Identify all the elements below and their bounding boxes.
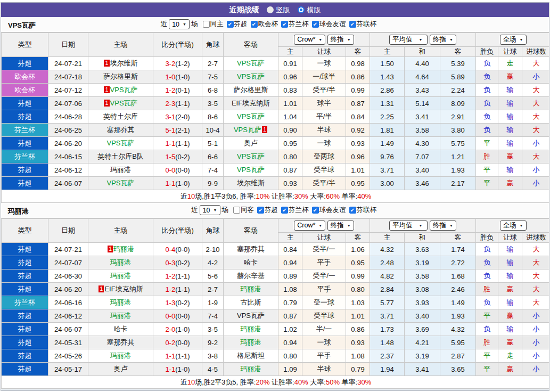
match-row: 芬兰杯24-06-15英特土尔库B队1-5(0-2)6-6VPS瓦萨0.80受两… <box>2 150 550 164</box>
home-team-name: 萨尔格里斯 <box>103 72 138 80</box>
avg-odds-draw: 4.21 <box>405 336 440 349</box>
bookmaker-select[interactable]: Crow*▼ <box>294 35 325 45</box>
away-team-name: 玛丽港 <box>241 325 261 333</box>
avg-odds-away: 5.89 <box>440 70 476 84</box>
final-index-select[interactable]: 终指▼ <box>430 35 456 45</box>
match-score: 1-1(1-0) <box>153 177 202 190</box>
avg-odds-draw: 4.64 <box>405 70 440 84</box>
league-filter-0-1[interactable]: ✔欧会杯 <box>251 20 278 29</box>
select-value: 10 <box>172 21 179 28</box>
away-team: 古比斯 <box>224 296 278 309</box>
match-date: 24-07-12 <box>48 84 88 97</box>
handicap-odds-away: 0.80 <box>346 283 370 296</box>
avg-odds-away: 1.68 <box>440 270 476 283</box>
sub-column-header: 客 <box>440 233 476 243</box>
result-handicap: 输 <box>498 84 522 97</box>
bookmaker-select[interactable]: Crow*▼ <box>294 220 325 231</box>
league-filter-1-3[interactable]: ✔芬联杯 <box>349 206 377 215</box>
final-index-select[interactable]: 终指▼ <box>327 220 354 231</box>
sub-column-header: 和 <box>405 47 440 57</box>
same-venue-filter[interactable]: 同主 <box>203 20 224 29</box>
match-score: 1-2(1-1) <box>153 283 202 296</box>
home-team-name: 玛丽港 <box>110 272 131 280</box>
final-index-select[interactable]: 终指▼ <box>430 220 456 231</box>
result-goals: 小 <box>522 336 549 349</box>
summary-segment: 近 <box>180 378 187 386</box>
handicap-odds-home: 0.95 <box>278 137 302 150</box>
average-select[interactable]: 平均值▼ <box>389 35 428 45</box>
final-index-select[interactable]: 终指▼ <box>327 35 354 45</box>
match-date: 24-06-07 <box>48 177 88 190</box>
view-option-vertical[interactable]: 竖版 <box>267 5 290 15</box>
home-team: 1玛丽港 <box>88 243 153 256</box>
league-checkbox[interactable]: ✔ <box>349 207 356 214</box>
away-team: VPS瓦萨 <box>224 110 278 124</box>
league-filter-0-2[interactable]: ✔芬兰杯 <box>281 20 309 29</box>
league-checkbox[interactable]: ✔ <box>312 207 319 214</box>
home-team-name: 奥卢 <box>114 365 128 373</box>
radio-selected-icon <box>298 6 305 13</box>
league-filter-0-0[interactable]: ✔芬超 <box>227 20 248 29</box>
away-team-name: 萨尔格里斯 <box>234 86 268 94</box>
column-header: 日期 <box>48 219 88 243</box>
average-select[interactable]: 平均值▼ <box>389 220 428 231</box>
result-goals: 小 <box>522 177 549 190</box>
league-filter-1-2[interactable]: ✔球会友谊 <box>312 206 346 215</box>
chevron-down-icon: ▼ <box>318 38 322 42</box>
view-option-horizontal[interactable]: 横版 <box>298 5 321 15</box>
league-filter-0-4[interactable]: ✔芬联杯 <box>349 20 377 29</box>
result-handicap: 输 <box>498 97 522 110</box>
summary-segment: 场,胜1平3负6, 胜率: <box>195 192 256 200</box>
league-checkbox[interactable]: ✔ <box>251 21 258 28</box>
same-venue-checkbox[interactable] <box>233 207 240 214</box>
result-wdl: 胜 <box>476 150 498 164</box>
league-checkbox[interactable]: ✔ <box>281 207 288 214</box>
league-checkbox[interactable]: ✔ <box>227 21 234 28</box>
home-team: 玛丽港 <box>88 256 153 270</box>
avg-odds-home: 1.50 <box>370 57 405 70</box>
scope-select[interactable]: 全场▼ <box>500 35 527 45</box>
avg-odds-draw: 3.08 <box>405 283 440 296</box>
home-team: 哈卡 <box>88 323 153 336</box>
results-table: 类型日期主场比分(半场)角球客场Crow*▼ 终指▼平均值▼ 终指▼全场▼主让球… <box>1 32 549 203</box>
handicap-line: 受两球 <box>302 150 346 164</box>
avg-odds-draw: 3.58 <box>405 124 440 137</box>
league-filter-0-3[interactable]: ✔球会友谊 <box>312 20 346 29</box>
handicap-odds-away: 0.84 <box>346 110 370 124</box>
games-label: 场 <box>191 20 198 29</box>
away-team-name: VPS瓦萨 <box>234 126 261 134</box>
filter-row: VPS瓦萨近10▼场同主✔芬超✔欧会杯✔芬兰杯✔球会友谊✔芬联杯 <box>1 17 549 32</box>
league-checkbox[interactable]: ✔ <box>281 21 288 28</box>
handicap-odds-home: 0.91 <box>278 57 302 70</box>
team-section-0: VPS瓦萨近10▼场同主✔芬超✔欧会杯✔芬兰杯✔球会友谊✔芬联杯类型日期主场比分… <box>1 17 549 203</box>
home-team: 奥卢 <box>88 363 153 376</box>
league-filter-label: 芬兰杯 <box>289 20 309 29</box>
avg-odds-draw: 3.46 <box>405 177 440 190</box>
handicap-line: 半/一 <box>302 323 346 336</box>
select-value: 全场 <box>503 35 516 44</box>
panel-frame: 近期战绩 竖版 横版 VPS瓦萨近10▼场同主✔芬超✔欧会杯✔芬兰杯✔球会友谊✔… <box>1 2 549 391</box>
column-header: 角球 <box>202 219 224 243</box>
near-label: 近 <box>161 20 168 29</box>
avg-odds-home: 2.84 <box>370 283 405 296</box>
avg-odds-away: 3.80 <box>440 124 476 137</box>
sub-column-header: 和 <box>405 233 440 243</box>
league-filter-1-1[interactable]: ✔芬兰杯 <box>281 206 309 215</box>
filter-controls: 近10▼场同主✔芬超✔欧会杯✔芬兰杯✔球会友谊✔芬联杯 <box>161 19 376 29</box>
match-count-select[interactable]: 10▼ <box>200 205 220 215</box>
same-venue-checkbox[interactable] <box>203 21 210 28</box>
summary-segment: 近 <box>180 192 187 200</box>
away-team-name: VPS瓦萨 <box>237 72 265 80</box>
match-date: 24-06-07 <box>48 323 88 336</box>
avg-odds-home: 1.43 <box>370 70 405 84</box>
league-checkbox[interactable]: ✔ <box>349 21 356 28</box>
select-value: 全场 <box>503 221 516 230</box>
away-team: VPS瓦萨 <box>224 164 278 177</box>
near-label: 近 <box>191 206 198 215</box>
match-count-select[interactable]: 10▼ <box>169 19 190 29</box>
same-venue-filter[interactable]: 同客 <box>233 206 254 215</box>
league-checkbox[interactable]: ✔ <box>312 21 319 28</box>
league-checkbox[interactable]: ✔ <box>257 207 264 214</box>
scope-select[interactable]: 全场▼ <box>500 220 527 231</box>
league-filter-1-0[interactable]: ✔芬超 <box>257 206 278 215</box>
